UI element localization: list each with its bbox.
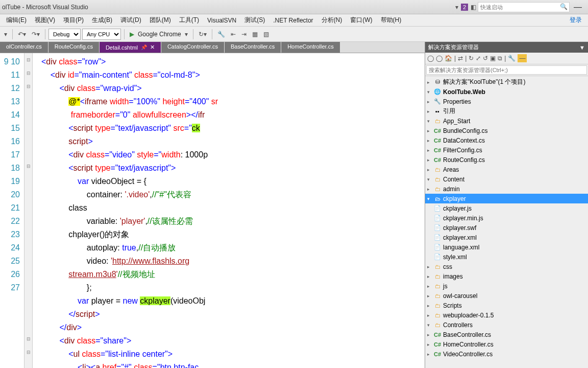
notification-badge[interactable]: 2 [461, 4, 468, 11]
solution-tree[interactable]: ▸⛁解决方案"KoolTube"(1 个项目) ▾🌐KoolTube.Web ▸… [425, 76, 588, 368]
code-content[interactable]: <div class="row"> <div id="main-content"… [33, 53, 425, 368]
file-node[interactable]: 📄ckplayer.xml [425, 233, 588, 242]
tab-detail-cshtml[interactable]: Detail.cshtml 📌 ✕ [100, 42, 161, 53]
fold-column[interactable]: ⊟⊟⊟⊟⊟⊟ [24, 53, 33, 368]
menu-reflector[interactable]: .NET Reflector [273, 17, 313, 24]
code-editor[interactable]: 9 10 11 12 13 14 15 16 17 18 19 20 21 22… [0, 53, 425, 368]
quick-launch-input[interactable] [478, 2, 570, 12]
sign-in-link[interactable]: 登录 [570, 16, 582, 25]
indent-dec-icon[interactable]: ⇤ [229, 30, 238, 39]
ckplayer-folder[interactable]: ▾🗁ckplayer [425, 194, 588, 203]
file-node[interactable]: 📄ckplayer.swf [425, 223, 588, 233]
menu-team[interactable]: 团队(M) [150, 16, 171, 25]
file-node[interactable]: 📄style.xml [425, 252, 588, 262]
wrench-icon[interactable]: 🔧 [508, 55, 516, 62]
platform-select[interactable]: Any CPU [82, 29, 121, 40]
feedback-icon[interactable]: ◧ [471, 4, 476, 11]
title-bar: olTube - Microsoft Visual Studio ▾ 2 ◧ 🔍… [0, 0, 588, 14]
file-node[interactable]: 📄ckplayer.min.js [425, 213, 588, 223]
nav-dropdown-icon[interactable]: ▾ [2, 30, 9, 39]
notification-flag-icon[interactable]: ▾ [455, 4, 458, 11]
menu-view[interactable]: 视图(V) [35, 16, 55, 25]
css-folder[interactable]: ▸🗀css [425, 262, 588, 271]
search-icon: 🔍 [560, 3, 568, 10]
menu-edit[interactable]: 编辑(E) [6, 16, 27, 25]
document-tabs: olController.cs RouteConfig.cs Detail.cs… [0, 42, 425, 53]
toolbox-icon[interactable]: 🔧 [215, 30, 227, 39]
project-node[interactable]: ▾🌐KoolTube.Web [425, 87, 588, 97]
file-node[interactable]: ▸C#VideoController.cs [425, 349, 588, 359]
file-node[interactable]: ▸C#BaseController.cs [425, 330, 588, 339]
toolbar: ▾ ↶▾ ↷▾ Debug Any CPU ▶ Google Chrome ▾ … [0, 27, 588, 42]
menu-tools[interactable]: 工具(T) [179, 16, 199, 25]
menu-test[interactable]: 测试(S) [244, 16, 265, 25]
file-node[interactable]: ▸C#HomeController.cs [425, 339, 588, 349]
images-folder[interactable]: ▸🗀images [425, 271, 588, 281]
collapse-icon[interactable]: ⤢ [476, 55, 481, 62]
run-dropdown-icon[interactable]: ▾ [183, 30, 190, 39]
minimize-button[interactable]: — [574, 3, 582, 12]
menu-help[interactable]: 帮助(H) [381, 16, 402, 25]
dropdown-icon[interactable]: ▼ [579, 44, 585, 51]
window-title: olTube - Microsoft Visual Studio [2, 4, 454, 11]
file-node[interactable]: ▸C#BundleConfig.cs [425, 126, 588, 135]
tab-homecontroller[interactable]: HomeController.cs [281, 42, 339, 53]
menu-bar: 编辑(E) 视图(V) 项目(P) 生成(B) 调试(D) 团队(M) 工具(T… [0, 14, 588, 27]
references-node[interactable]: ▸▪▪引用 [425, 106, 588, 116]
undo-icon[interactable]: ↶▾ [16, 30, 28, 39]
owl-folder[interactable]: ▸🗀owl-carousel [425, 291, 588, 301]
showall-icon[interactable]: ▣ [490, 55, 496, 62]
close-icon[interactable]: ✕ [150, 44, 155, 51]
line-numbers: 9 10 11 12 13 14 15 16 17 18 19 20 21 22… [0, 53, 24, 368]
file-node[interactable]: ▸C#DataContext.cs [425, 135, 588, 145]
menu-debug[interactable]: 调试(D) [120, 16, 141, 25]
comment-icon[interactable]: ▦ [250, 30, 260, 39]
panel-title[interactable]: 解决方案资源管理器 ▼ [425, 42, 588, 53]
file-node[interactable]: 📄ckplayer.js [425, 203, 588, 213]
menu-window[interactable]: 窗口(W) [350, 16, 372, 25]
prop-icon[interactable]: — [518, 54, 527, 62]
controllers-folder[interactable]: ▾🗀Controllers [425, 320, 588, 330]
menu-project[interactable]: 项目(P) [63, 16, 84, 25]
js-folder[interactable]: ▸🗀js [425, 281, 588, 291]
run-icon[interactable]: ▶ [128, 30, 136, 39]
solution-search-input[interactable] [426, 65, 587, 75]
content-folder[interactable]: ▾🗀Content [425, 174, 588, 184]
copy-icon[interactable]: ⧉ [498, 55, 502, 62]
file-node[interactable]: 📄language.xml [425, 242, 588, 252]
refresh-icon[interactable]: ↻▾ [197, 30, 209, 39]
config-select[interactable]: Debug [48, 29, 81, 40]
solution-node[interactable]: ▸⛁解决方案"KoolTube"(1 个项目) [425, 77, 588, 87]
tab-label: Detail.cshtml [106, 44, 138, 51]
admin-folder[interactable]: ▸🗀admin [425, 184, 588, 194]
back-icon[interactable]: ◯ [427, 55, 434, 62]
uncomment-icon[interactable]: ▧ [261, 30, 271, 39]
solution-explorer: 解决方案资源管理器 ▼ ◯ ◯ 🏠 | ⇄ | ↻ ⤢ ↺ ▣ ⧉ | 🔧 — … [425, 42, 588, 368]
tab-catalogcontroller[interactable]: CatalogController.cs [161, 42, 224, 53]
scripts-folder[interactable]: ▸🗀Scripts [425, 301, 588, 310]
redo-icon[interactable]: ↷▾ [30, 30, 42, 39]
refresh2-icon[interactable]: ↺ [483, 55, 488, 62]
panel-toolbar: ◯ ◯ 🏠 | ⇄ | ↻ ⤢ ↺ ▣ ⧉ | 🔧 — [425, 53, 588, 64]
pin-icon[interactable]: 📌 [141, 44, 147, 50]
indent-inc-icon[interactable]: ⇥ [239, 30, 249, 39]
webuploader-folder[interactable]: ▸🗀webuploader-0.1.5 [425, 310, 588, 320]
file-node[interactable]: ▸C#FilterConfig.cs [425, 145, 588, 155]
areas-folder[interactable]: ▸🗀Areas [425, 165, 588, 174]
refresh-icon[interactable]: ↻ [469, 55, 474, 62]
tab-routeconfig[interactable]: RouteConfig.cs [48, 42, 99, 53]
appstart-folder[interactable]: ▾🗀App_Start [425, 116, 588, 126]
tab-olcontroller[interactable]: olController.cs [0, 42, 48, 53]
properties-node[interactable]: ▸🔧Properties [425, 97, 588, 106]
home-icon[interactable]: 🏠 [445, 55, 452, 62]
menu-analyze[interactable]: 分析(N) [322, 16, 342, 25]
tab-basecontroller[interactable]: BaseController.cs [225, 42, 281, 53]
file-node[interactable]: ▸C#RouteConfig.cs [425, 155, 588, 165]
menu-build[interactable]: 生成(B) [92, 16, 112, 25]
run-target[interactable]: Google Chrome [138, 31, 181, 38]
menu-visualsvn[interactable]: VisualSVN [207, 17, 236, 24]
sync-icon[interactable]: ⇄ [458, 55, 463, 62]
forward-icon[interactable]: ◯ [436, 55, 443, 62]
